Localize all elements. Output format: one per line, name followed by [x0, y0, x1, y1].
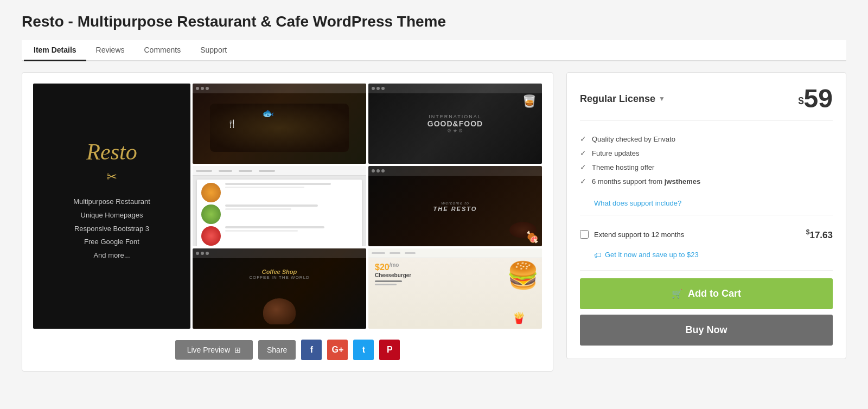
- check-icon-support: ✓: [580, 177, 586, 186]
- divider-1: [580, 215, 833, 215]
- feature-2: Unique Homepages: [73, 209, 150, 222]
- scissors-icon: ✂: [106, 169, 117, 184]
- feature-label-hosting: Theme hosting offer: [592, 163, 654, 171]
- branding-features-list: Multipurpose Restaurant Unique Homepages…: [73, 195, 150, 262]
- preview-cell-steak: Welcome to THE RESTO 🍖: [368, 166, 542, 246]
- support-include-link[interactable]: What does support include?: [594, 199, 833, 207]
- tabs-bar: Item Details Reviews Comments Support: [22, 40, 846, 61]
- cart-icon: 🛒: [672, 289, 682, 299]
- support-author: jwsthemes: [665, 177, 700, 186]
- pinterest-button[interactable]: P: [379, 340, 400, 360]
- live-preview-button[interactable]: Live Preview ⊞: [175, 340, 253, 360]
- live-preview-label: Live Preview: [187, 346, 230, 354]
- price-amount: 59: [804, 84, 833, 113]
- extend-left: Extend support to 12 months: [580, 230, 684, 239]
- check-icon-quality: ✓: [580, 135, 586, 143]
- feature-label-support: 6 months support from jwsthemes: [592, 177, 700, 186]
- feature-item-support: ✓ 6 months support from jwsthemes: [580, 174, 833, 188]
- preview-cell-menu: [193, 166, 366, 246]
- save-notice-text: Get it now and save up to $23: [605, 251, 699, 259]
- preview-cell-branding: Resto ✂ Multipurpose Restaurant Unique H…: [33, 84, 190, 329]
- add-to-cart-label: Add to Cart: [688, 288, 741, 299]
- twitter-icon: t: [362, 345, 365, 355]
- preview-icon: ⊞: [234, 346, 241, 354]
- tab-reviews[interactable]: Reviews: [86, 40, 135, 61]
- save-notice: 🏷 Get it now and save up to $23: [594, 251, 833, 259]
- check-icon-hosting: ✓: [580, 163, 586, 171]
- feature-1: Multipurpose Restaurant: [73, 195, 150, 209]
- right-panel: Regular License ▼ $59 ✓ Quality checked …: [566, 72, 846, 359]
- license-select[interactable]: Regular License ▼: [580, 93, 665, 105]
- preview-cell-food-top: 🍴 🐟: [193, 84, 366, 164]
- feature-label-updates: Future updates: [592, 149, 639, 157]
- feature-item-updates: ✓ Future updates: [580, 146, 833, 160]
- license-label: Regular License: [580, 93, 655, 105]
- share-button[interactable]: Share: [258, 340, 296, 360]
- features-list: ✓ Quality checked by Envato ✓ Future upd…: [580, 132, 833, 188]
- preview-actions: Live Preview ⊞ Share f G+ t P: [33, 340, 542, 360]
- preview-cell-burger: $20/mo Cheeseburger 🍔 🍟: [368, 248, 542, 329]
- extend-support-row: Extend support to 12 months $17.63: [580, 223, 833, 246]
- feature-item-quality: ✓ Quality checked by Envato: [580, 132, 833, 146]
- page-wrapper: Resto - Multipurpose Restaurant & Cafe W…: [11, 0, 857, 385]
- license-row: Regular License ▼ $59: [580, 86, 833, 121]
- tab-support[interactable]: Support: [190, 40, 237, 61]
- google-plus-button[interactable]: G+: [327, 340, 348, 360]
- price-display: $59: [799, 86, 833, 112]
- preview-cell-coffee: Coffee Shop COFFEE IN THE WORLD: [193, 248, 366, 329]
- pinterest-icon: P: [387, 345, 393, 355]
- extend-support-checkbox[interactable]: [580, 230, 589, 239]
- buy-now-button[interactable]: Buy Now: [580, 315, 833, 346]
- feature-label-quality: Quality checked by Envato: [592, 135, 675, 143]
- share-label: Share: [267, 346, 287, 354]
- left-panel: Resto ✂ Multipurpose Restaurant Unique H…: [22, 72, 553, 372]
- feature-item-hosting: ✓ Theme hosting offer: [580, 160, 833, 174]
- tab-item-details[interactable]: Item Details: [24, 40, 86, 61]
- google-plus-icon: G+: [331, 345, 343, 355]
- extend-price-amount: 17.63: [809, 230, 833, 240]
- price-currency: $: [799, 95, 804, 106]
- tag-icon: 🏷: [594, 251, 602, 259]
- preview-cell-restaurant-sign: INTERNATIONAL GOOD&FOOD ⚙ ★ ⚙ 🥃: [368, 84, 542, 164]
- twitter-button[interactable]: t: [353, 340, 374, 360]
- facebook-icon: f: [310, 345, 313, 355]
- preview-grid: Resto ✂ Multipurpose Restaurant Unique H…: [33, 84, 542, 329]
- resto-logo-text: Resto: [86, 139, 137, 165]
- divider-2: [580, 270, 833, 271]
- feature-4: Free Google Font: [73, 235, 150, 249]
- facebook-button[interactable]: f: [301, 340, 322, 360]
- main-content: Resto ✂ Multipurpose Restaurant Unique H…: [22, 72, 846, 372]
- check-icon-updates: ✓: [580, 149, 586, 157]
- chevron-down-icon: ▼: [659, 95, 665, 103]
- page-title: Resto - Multipurpose Restaurant & Cafe W…: [22, 13, 846, 30]
- feature-3: Responsive Bootstrap 3: [73, 222, 150, 236]
- feature-5: And more...: [73, 249, 150, 263]
- extend-price-display: $17.63: [806, 228, 833, 241]
- add-to-cart-button[interactable]: 🛒 Add to Cart: [580, 278, 833, 309]
- extend-support-label: Extend support to 12 months: [594, 231, 684, 239]
- tab-comments[interactable]: Comments: [135, 40, 191, 61]
- buy-now-label: Buy Now: [685, 324, 727, 335]
